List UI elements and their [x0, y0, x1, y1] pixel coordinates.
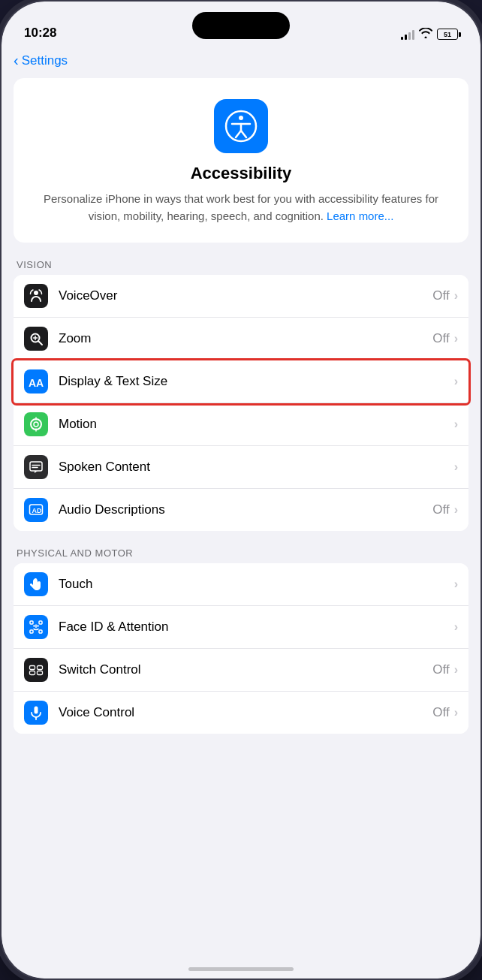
- face-id-svg: [29, 620, 44, 635]
- voice-control-icon: [24, 701, 48, 725]
- voiceover-chevron-icon: ›: [454, 289, 458, 303]
- svg-rect-16: [30, 462, 42, 471]
- voice-control-label: Voice Control: [59, 705, 432, 720]
- voice-control-svg: [29, 705, 44, 720]
- phone-frame: 10:28 51: [0, 0, 482, 980]
- zoom-value: Off: [432, 331, 449, 346]
- back-chevron-icon: ‹: [14, 52, 19, 69]
- back-button[interactable]: ‹ Settings: [14, 53, 68, 69]
- svg-point-1: [239, 116, 243, 120]
- display-text-size-chevron-icon: ›: [454, 375, 458, 388]
- zoom-item[interactable]: Zoom Off ›: [14, 318, 468, 360]
- accessibility-icon: [224, 110, 258, 143]
- learn-more-link[interactable]: Learn more...: [327, 210, 393, 222]
- home-indicator: [188, 967, 294, 971]
- face-id-item[interactable]: Face ID & Attention ›: [14, 606, 468, 649]
- zoom-label: Zoom: [59, 331, 432, 346]
- hero-description: Personalize iPhone in ways that work bes…: [29, 191, 453, 225]
- zoom-svg: [29, 331, 44, 346]
- touch-item[interactable]: Touch ›: [14, 563, 468, 606]
- audio-descriptions-value: Off: [432, 502, 449, 517]
- motion-icon: [24, 412, 48, 436]
- audio-descriptions-item[interactable]: AD Audio Descriptions Off ›: [14, 489, 468, 531]
- svg-line-4: [236, 131, 241, 137]
- app-icon: [214, 99, 268, 153]
- back-label: Settings: [22, 53, 68, 68]
- wifi-icon: [419, 28, 432, 41]
- svg-line-5: [241, 131, 246, 137]
- hero-card: Accessibility Personalize iPhone in ways…: [14, 78, 468, 243]
- audio-descriptions-chevron-icon: ›: [454, 503, 458, 517]
- signal-bars-icon: [401, 29, 414, 40]
- display-text-size-label: Display & Text Size: [59, 374, 454, 389]
- voiceover-value: Off: [432, 288, 449, 303]
- svg-point-12: [31, 419, 41, 430]
- status-icons: 51: [401, 28, 458, 41]
- svg-text:AD: AD: [32, 507, 42, 514]
- spoken-content-icon: [24, 455, 48, 479]
- signal-bar-4: [412, 30, 414, 40]
- display-text-size-icon: AA: [24, 369, 48, 394]
- svg-point-6: [34, 291, 38, 295]
- touch-label: Touch: [59, 577, 454, 592]
- audio-descriptions-label: Audio Descriptions: [59, 502, 432, 517]
- svg-rect-32: [35, 707, 38, 714]
- touch-chevron-icon: ›: [454, 577, 458, 591]
- svg-rect-21: [30, 621, 33, 624]
- switch-control-chevron-icon: ›: [454, 663, 458, 677]
- audio-descriptions-icon: AD: [24, 498, 48, 522]
- voiceover-icon: [24, 284, 48, 308]
- switch-control-label: Switch Control: [59, 662, 432, 677]
- hero-title: Accessibility: [191, 164, 292, 183]
- svg-text:AA: AA: [29, 377, 44, 388]
- display-text-size-svg: AA: [28, 375, 44, 388]
- touch-svg: [29, 577, 44, 592]
- svg-rect-28: [30, 666, 35, 670]
- vision-settings-group: VoiceOver Off ›: [14, 275, 468, 531]
- nav-bar: ‹ Settings: [2, 47, 480, 78]
- display-text-size-item[interactable]: AA Display & Text Size ›: [14, 360, 468, 403]
- page-content: ‹ Settings: [2, 47, 480, 978]
- physical-motor-settings-group: Touch ›: [14, 563, 468, 734]
- svg-rect-29: [38, 666, 43, 670]
- spoken-content-svg: [29, 460, 44, 475]
- voice-control-chevron-icon: ›: [454, 706, 458, 719]
- physical-motor-section-label: PHYSICAL AND MOTOR: [14, 547, 468, 559]
- physical-motor-section: PHYSICAL AND MOTOR Touch ›: [14, 547, 468, 734]
- spoken-content-item[interactable]: Spoken Content ›: [14, 446, 468, 489]
- svg-rect-30: [30, 671, 35, 675]
- audio-descriptions-svg: AD: [29, 502, 44, 517]
- switch-control-icon: [24, 658, 48, 682]
- signal-bar-1: [401, 37, 403, 40]
- battery-level: 51: [444, 31, 451, 38]
- face-id-chevron-icon: ›: [454, 620, 458, 634]
- voice-control-item[interactable]: Voice Control Off ›: [14, 692, 468, 734]
- svg-rect-31: [38, 671, 43, 675]
- motion-item[interactable]: Motion ›: [14, 403, 468, 446]
- switch-control-value: Off: [432, 662, 449, 677]
- voiceover-item[interactable]: VoiceOver Off ›: [14, 275, 468, 318]
- zoom-chevron-icon: ›: [454, 332, 458, 345]
- svg-rect-24: [39, 630, 42, 633]
- spoken-content-label: Spoken Content: [59, 460, 454, 475]
- motion-svg: [29, 417, 44, 432]
- vision-section: VISION VoiceOver Off: [14, 259, 468, 531]
- phone-screen: 10:28 51: [2, 2, 480, 978]
- motion-chevron-icon: ›: [454, 418, 458, 431]
- voice-control-value: Off: [432, 705, 449, 720]
- voiceover-label: VoiceOver: [59, 288, 432, 303]
- vision-section-label: VISION: [14, 259, 468, 270]
- svg-line-8: [39, 342, 43, 345]
- battery-icon: 51: [437, 29, 458, 40]
- svg-point-25: [33, 625, 35, 626]
- svg-rect-22: [39, 621, 42, 624]
- touch-icon: [24, 572, 48, 596]
- svg-point-13: [34, 422, 38, 427]
- svg-point-26: [37, 625, 38, 626]
- zoom-icon: [24, 327, 48, 351]
- face-id-icon: [24, 615, 48, 639]
- spoken-content-chevron-icon: ›: [454, 460, 458, 474]
- switch-control-item[interactable]: Switch Control Off ›: [14, 649, 468, 692]
- voiceover-svg: [29, 288, 44, 303]
- motion-label: Motion: [59, 417, 454, 432]
